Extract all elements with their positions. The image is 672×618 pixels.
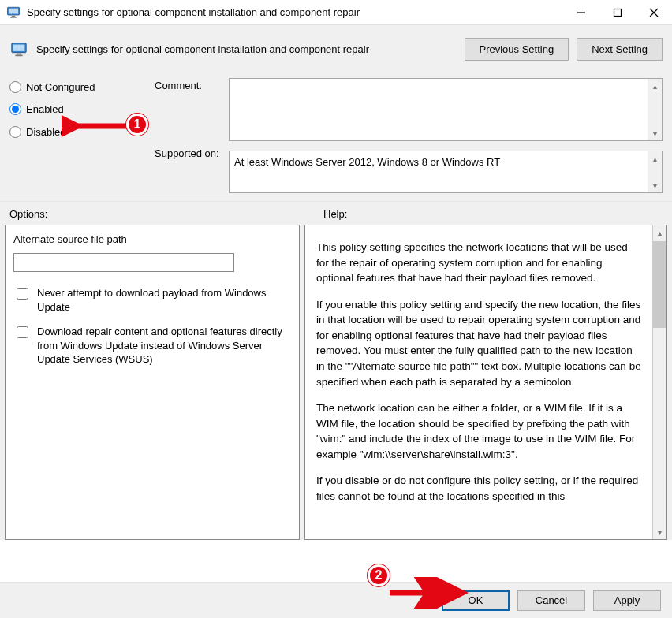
radio-not-configured-label: Not Configured [26,81,95,93]
checkbox-direct-wu-label: Download repair content and optional fea… [37,325,291,367]
supported-on-field: At least Windows Server 2012, Windows 8 … [229,151,663,193]
options-section-label: Options: [9,208,301,220]
svg-rect-3 [10,17,17,18]
checkbox-direct-wu[interactable] [17,326,28,338]
scrollbar-thumb[interactable] [653,241,666,328]
scroll-down-icon[interactable]: ▾ [653,525,667,539]
help-paragraph: This policy setting specifies the networ… [316,240,641,286]
radio-enabled-input[interactable] [9,103,21,115]
alternate-path-label: Alternate source file path [13,233,291,245]
svg-rect-1 [9,8,18,13]
minimize-button[interactable] [563,0,599,24]
svg-rect-9 [13,44,25,50]
help-section-label: Help: [301,208,663,220]
comment-label: Comment: [155,78,226,91]
footer-buttons: OK Cancel Apply [0,582,672,618]
scroll-down-icon[interactable]: ▾ [648,178,662,192]
checkbox-never-wu[interactable] [17,288,28,300]
comment-textarea[interactable] [230,79,648,140]
cancel-button[interactable]: Cancel [517,590,585,611]
maximize-button[interactable] [599,0,636,24]
window-controls [563,0,672,24]
supported-scrollbar[interactable]: ▴ ▾ [648,151,662,192]
help-text: This policy setting specifies the networ… [305,225,652,539]
supported-on-value: At least Windows Server 2012, Windows 8 … [230,151,648,192]
help-paragraph: If you enable this policy setting and sp… [316,297,641,389]
help-paragraph: If you disable or do not configure this … [316,473,641,504]
ok-button[interactable]: OK [442,590,510,611]
comment-scrollbar[interactable]: ▴ ▾ [648,79,662,140]
scroll-down-icon[interactable]: ▾ [648,126,662,140]
options-panel: Alternate source file path Never attempt… [5,225,300,540]
svg-rect-5 [614,9,622,16]
radio-enabled-label: Enabled [26,103,64,115]
comment-field[interactable]: ▴ ▾ [229,78,663,141]
help-panel: This policy setting specifies the networ… [304,225,667,540]
radio-not-configured[interactable]: Not Configured [9,78,151,95]
help-paragraph: The network location can be either a fol… [316,400,641,462]
panels: Alternate source file path Never attempt… [0,225,672,540]
svg-rect-10 [17,53,21,54]
policy-icon [6,6,21,20]
window-title: Specify settings for optional component … [27,6,563,18]
close-button[interactable] [636,0,672,24]
svg-rect-2 [12,15,16,17]
scroll-up-icon[interactable]: ▴ [648,79,662,93]
policy-title: Specify settings for optional component … [36,43,457,55]
svg-rect-11 [15,54,22,56]
supported-on-label: Supported on: [155,146,226,159]
scroll-up-icon[interactable]: ▴ [653,225,667,240]
radio-disabled-input[interactable] [9,126,21,138]
previous-setting-button[interactable]: Previous Setting [465,38,569,61]
checkbox-never-wu-label: Never attempt to download payload from W… [37,286,291,314]
radio-disabled-label: Disabled [26,126,66,138]
radio-enabled[interactable]: Enabled [9,101,151,118]
help-scrollbar[interactable]: ▴ ▾ [652,225,666,539]
alternate-path-input[interactable] [13,253,234,272]
titlebar: Specify settings for optional component … [0,0,672,25]
section-labels: Options: Help: [0,202,672,225]
next-setting-button[interactable]: Next Setting [577,38,663,61]
radio-not-configured-input[interactable] [9,81,21,93]
header-area: Specify settings for optional component … [0,25,672,202]
radio-disabled[interactable]: Disabled [9,123,151,140]
policy-icon-large [9,40,28,59]
apply-button[interactable]: Apply [593,590,661,611]
scroll-up-icon[interactable]: ▴ [648,151,662,166]
